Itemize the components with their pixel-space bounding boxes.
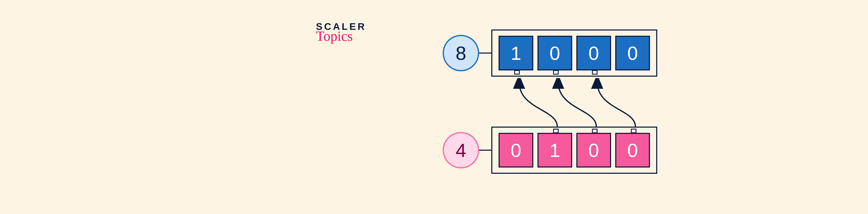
bit-value: 1 (510, 42, 521, 64)
circle-decimal-8: 8 (443, 35, 479, 71)
bit-value: 0 (627, 139, 638, 161)
bit-cell: 1 (537, 133, 572, 168)
shift-arrows (498, 78, 661, 127)
decimal-value: 8 (456, 42, 466, 64)
row-value-4: 4 0 1 0 0 (443, 127, 657, 174)
bit-pin-icon (553, 129, 559, 133)
shift-arrow-icon (558, 81, 596, 127)
bit-pin-icon (592, 129, 597, 133)
bit-value: 1 (550, 139, 560, 161)
decimal-value: 4 (456, 139, 466, 161)
row-value-8: 8 1 0 0 0 (443, 30, 657, 77)
bit-cell: 0 (615, 36, 650, 70)
bit-pin-icon (514, 70, 520, 75)
bit-cell: 0 (615, 133, 650, 168)
shift-arrow-icon (597, 81, 636, 127)
bit-cell: 0 (576, 36, 611, 70)
bit-pin-icon (592, 70, 597, 75)
bit-value: 0 (627, 42, 638, 64)
bit-value: 0 (588, 42, 599, 64)
bit-container-top: 1 0 0 0 (491, 30, 657, 77)
bit-cell: 1 (499, 36, 533, 70)
bit-value: 0 (550, 42, 560, 64)
connector-line (479, 150, 491, 151)
connector-line (479, 52, 491, 54)
bitshift-diagram: 8 1 0 0 0 (443, 30, 686, 185)
circle-decimal-4: 4 (443, 132, 479, 168)
bit-pin-icon (631, 129, 637, 133)
bit-pin-icon (553, 70, 559, 75)
shift-arrow-icon (519, 81, 557, 127)
bit-container-bottom: 0 1 0 0 (491, 127, 657, 174)
bit-value: 0 (510, 139, 521, 161)
bit-cell: 0 (576, 133, 611, 168)
bit-cell: 0 (537, 36, 572, 70)
bit-value: 0 (588, 139, 599, 161)
bit-cell: 0 (499, 133, 533, 168)
scaler-topics-logo: SCALER Topics (316, 21, 366, 44)
